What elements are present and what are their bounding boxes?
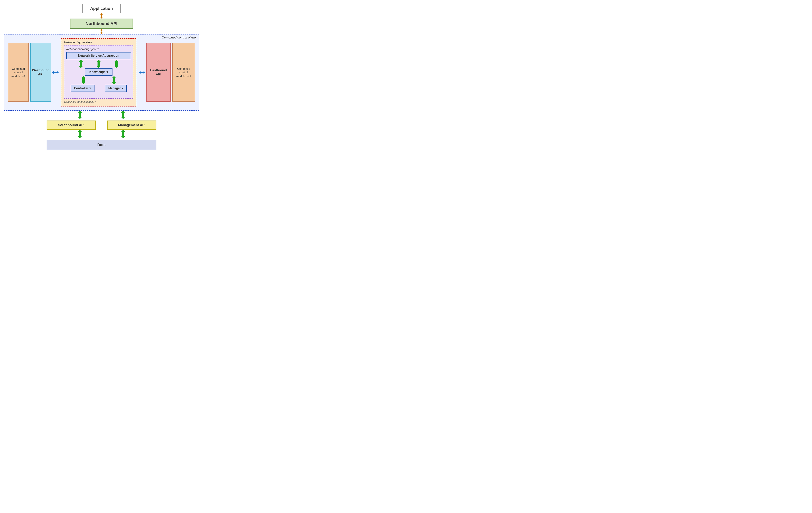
management-box: Management API xyxy=(107,120,156,130)
green-arrows-knowledge-ctrl xyxy=(66,76,131,85)
data-green-arrows xyxy=(77,130,126,138)
southbound-label: Southbound API xyxy=(58,123,84,127)
svg-marker-9 xyxy=(82,76,85,84)
knowledge-label: Knowledge x xyxy=(89,70,108,74)
ccm-label: Combined control module x xyxy=(64,100,96,103)
data-label: Data xyxy=(97,143,106,147)
manager-box: Manager x xyxy=(105,85,127,92)
controllers-row: Controller x Manager x xyxy=(66,85,131,92)
left-module-group: Combined control module x-1 Westbound AP… xyxy=(8,38,51,107)
controller-box: Controller x xyxy=(70,85,94,92)
left-module-label: Combined control module x-1 xyxy=(11,67,25,78)
green-arrows-nsa-knowledge xyxy=(66,59,131,69)
svg-marker-3 xyxy=(100,29,103,31)
application-label: Application xyxy=(90,6,113,11)
hypervisor-label: Network Hypervisor xyxy=(64,40,133,44)
svg-marker-13 xyxy=(121,111,125,119)
svg-marker-11 xyxy=(139,71,145,74)
green-arrow-right-2 xyxy=(111,76,117,84)
eastbound-box: Eastbound API xyxy=(146,43,171,102)
northbound-box: Northbound API xyxy=(70,19,133,29)
svg-marker-7 xyxy=(97,60,100,68)
westbound-label: Westbound API xyxy=(32,68,50,77)
svg-marker-6 xyxy=(79,60,83,68)
center-area: Network Hypervisor Network operating sys… xyxy=(59,38,138,107)
combined-plane: Combined control plane Combined control … xyxy=(4,34,199,111)
right-combined-module: Combined control module x+1 xyxy=(172,43,195,102)
blue-arrow-east xyxy=(138,38,146,107)
westbound-box: Westbound API xyxy=(30,43,51,102)
southbound-row: Southbound API Management API xyxy=(47,120,156,130)
application-box: Application xyxy=(82,4,121,13)
left-combined-module: Combined control module x-1 xyxy=(8,43,29,102)
svg-marker-4 xyxy=(100,31,103,34)
nos-box: Network operating system Network Service… xyxy=(64,45,133,99)
controller-label: Controller x xyxy=(74,87,91,90)
inner-row: Combined control module x-1 Westbound AP… xyxy=(8,38,195,107)
eastbound-label: Eastbound API xyxy=(150,68,167,77)
orange-arrow-2 xyxy=(99,29,104,34)
green-arrow-data-left xyxy=(77,130,83,138)
management-label: Management API xyxy=(118,123,145,127)
bottom-green-arrows xyxy=(77,111,126,119)
svg-marker-12 xyxy=(78,111,82,119)
right-module-label: Combined control module x+1 xyxy=(176,67,191,78)
northbound-label: Northbound API xyxy=(86,21,117,26)
right-module-group: Eastbound API Combined control module x+… xyxy=(146,38,195,107)
manager-label: Manager x xyxy=(108,87,123,90)
nsa-label: Network Service Abstraction xyxy=(78,54,119,57)
green-arrow-left-1 xyxy=(78,60,84,68)
svg-marker-14 xyxy=(78,130,82,138)
knowledge-row: Knowledge x xyxy=(66,69,131,76)
southbound-box: Southbound API xyxy=(47,120,96,130)
green-arrow-south-left xyxy=(77,111,83,119)
combined-plane-label: Combined control plane xyxy=(162,36,196,39)
svg-marker-15 xyxy=(121,130,125,138)
green-arrow-middle-1 xyxy=(96,60,101,68)
green-arrow-right-1 xyxy=(114,60,119,68)
green-arrow-data-right xyxy=(120,130,126,138)
orange-arrow-1 xyxy=(99,13,104,19)
knowledge-box: Knowledge x xyxy=(85,69,113,76)
svg-marker-8 xyxy=(115,60,118,68)
hypervisor-box: Network Hypervisor Network operating sys… xyxy=(61,38,136,107)
blue-arrow-west xyxy=(51,38,59,107)
ccm-label-area: Combined control module x xyxy=(64,100,133,104)
green-arrow-left-2 xyxy=(81,76,86,84)
svg-marker-10 xyxy=(112,76,116,84)
green-arrow-south-right xyxy=(120,111,126,119)
data-box: Data xyxy=(47,140,156,150)
nos-label: Network operating system xyxy=(66,47,131,51)
svg-marker-0 xyxy=(100,13,103,16)
svg-marker-2 xyxy=(100,16,103,19)
nsa-box: Network Service Abstraction xyxy=(66,52,131,59)
svg-marker-5 xyxy=(52,71,59,74)
diagram: Application Northbound API Combined cont… xyxy=(4,4,199,150)
